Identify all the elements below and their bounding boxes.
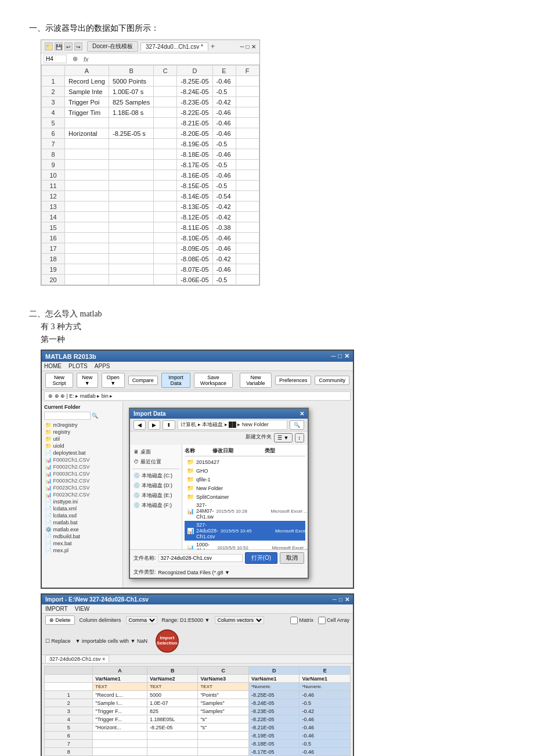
folder-20150427[interactable]: 📁20150427 xyxy=(185,458,305,466)
matlab-min-btn[interactable]: ─ xyxy=(331,352,336,360)
import-preview-cell-4-b: 1.188E05L xyxy=(147,715,198,723)
import-preview-vn-b: VarName2 xyxy=(147,675,198,683)
matlab-btn-save-workspace[interactable]: Save Workspace xyxy=(194,373,233,388)
import-preview-row: 6-8.19E-05-0.46 xyxy=(45,732,351,740)
matlab-toolbar: New Script New ▼ Open ▼ Compare Import D… xyxy=(42,371,353,390)
place-e[interactable]: 💿 本地磁盘 (E:) xyxy=(132,491,179,501)
import-dialog-forward-btn[interactable]: ▶ xyxy=(148,420,160,430)
import-dialog-filename-input[interactable] xyxy=(158,554,243,562)
matlab-menu-plots[interactable]: PLOTS xyxy=(68,363,88,369)
file-327-24m07[interactable]: 📊 327-24M07-Ch1.sw 2015/5/5 10:28 Micros… xyxy=(185,501,305,521)
matlab-btn-community[interactable]: Community xyxy=(315,376,349,385)
matlab-btn-new-script[interactable]: New Script xyxy=(45,373,73,388)
import-preview-cell-6-e: -0.46 xyxy=(300,732,351,740)
file-icon-1000-ch1: 📊 xyxy=(187,545,194,550)
import-preview-cell-1-b: 5000 xyxy=(147,691,198,699)
ss-cell-r2-row-num: 2 xyxy=(42,87,65,97)
import-preview-tp-a: TEXT xyxy=(93,683,147,691)
place-recent[interactable]: ⏱ 最近位置 xyxy=(132,457,179,467)
ss-cell-r1-b: 5000 Points xyxy=(109,76,154,87)
folder-gho[interactable]: 📁GHO xyxy=(185,466,305,475)
ss-formula-bar: ⊕ fx xyxy=(41,53,259,65)
matlab-menu-apps[interactable]: APPS xyxy=(95,363,110,369)
import-wizard-menu-import[interactable]: IMPORT xyxy=(45,606,68,612)
import-wizard-min-btn[interactable]: ─ xyxy=(333,596,337,603)
import-dialog-cancel-btn[interactable]: 取消 xyxy=(280,552,304,564)
import-preview-vn-a: VarName1 xyxy=(93,675,147,683)
ss-col-header-row: A B C D E F xyxy=(42,66,259,76)
import-wizard-delete-btn[interactable]: ⊗ Delete xyxy=(45,615,75,625)
matlab-addr-bar: ⊕ ⊕ ⊕ | E: ▸ matlab ▸ bin ▸ xyxy=(44,391,351,401)
ss-cell-r18-e: -0.42 xyxy=(212,254,236,264)
matlab-btn-new[interactable]: New ▼ xyxy=(77,373,98,388)
import-dialog-sort-btn[interactable]: ↕ xyxy=(295,433,305,442)
import-dialog-open-btn[interactable]: 打开(O) xyxy=(245,552,277,564)
import-preview-cell-1-d: -8.25E-05 xyxy=(248,691,300,699)
matlab-title: MATLAB R2013b xyxy=(45,353,96,360)
file-327-24du028[interactable]: 📊 327-24du028-Ch1.csv 2015/5/5 10:45 Mic… xyxy=(185,521,305,541)
ss-cell-r14-e: -0.42 xyxy=(212,212,236,222)
import-wizard-cellarray-cb[interactable] xyxy=(318,617,326,624)
ss-cell-r3-c xyxy=(154,97,177,107)
matlab-close-btn[interactable]: ✕ xyxy=(344,352,349,360)
matlab-sidebar-search-input[interactable] xyxy=(44,412,91,420)
import-preview-tp-b: TEXT xyxy=(147,683,198,691)
import-dialog-back-btn[interactable]: ◀ xyxy=(134,420,146,430)
ss-maximize-btn[interactable]: □ xyxy=(246,44,249,50)
ss-minimize-btn[interactable]: ─ xyxy=(240,44,244,50)
ss-cell-r14-a xyxy=(65,212,109,222)
matlab-menubar: HOME PLOTS APPS xyxy=(42,362,353,371)
ss-tab-csv[interactable]: 327-24du0...Ch1.csv * xyxy=(140,42,208,51)
import-dialog-close-btn[interactable]: ✕ xyxy=(300,411,304,417)
import-preview-vn-d: VarName1 xyxy=(248,675,300,683)
folder-new[interactable]: 📁New Folder xyxy=(185,484,305,492)
import-dialog-new-folder-btn[interactable]: 新建文件夹 xyxy=(246,433,272,442)
sidebar-file-registry: 📁 registry xyxy=(44,429,120,435)
matlab-btn-compare[interactable]: Compare xyxy=(128,376,158,385)
ss-close-btn[interactable]: ✕ xyxy=(251,44,256,50)
import-wizard-delimiter-select[interactable]: Comma xyxy=(126,616,157,624)
ss-cell-r8-f xyxy=(236,149,259,160)
matlab-btn-open[interactable]: Open ▼ xyxy=(102,373,125,388)
place-d[interactable]: 💿 本地磁盘 (D:) xyxy=(132,481,179,491)
matlab-btn-preferences[interactable]: Preferences xyxy=(275,376,312,385)
sidebar-file-matlab-bat: 📄 matlab.bat xyxy=(44,519,120,526)
matlab-menu-home[interactable]: HOME xyxy=(44,363,62,369)
file-1000-ch1[interactable]: 📊 1000-Ch1.csv 2015/5/5 10:52 Microsoft … xyxy=(185,541,305,549)
matlab-btn-new-variable[interactable]: New Variable xyxy=(240,373,272,388)
ss-cell-r7-b xyxy=(109,139,154,149)
import-wizard-menu-view[interactable]: VIEW xyxy=(75,606,90,612)
folder-split[interactable]: 📁SplitContainer xyxy=(185,492,305,501)
import-preview-cell-2-a: "Sample I... xyxy=(93,699,147,707)
import-dialog-view-btn[interactable]: ☰ ▼ xyxy=(274,433,292,442)
ss-cell-r12-b xyxy=(109,191,154,201)
ss-cell-ref-input[interactable] xyxy=(44,55,67,63)
ss-col-header-a: A xyxy=(65,66,109,76)
import-wizard-delimiter-label: Column delimiters xyxy=(80,617,121,623)
sidebar-file-f0003ch2: 📊 F0003Ch2.CSV xyxy=(44,477,120,484)
place-f[interactable]: 💿 本地磁盘 (F:) xyxy=(132,501,179,510)
import-preview-cell-7-r: 7 xyxy=(45,740,93,748)
import-wizard-file-tab[interactable]: 327-24du028-Ch1.csv × xyxy=(45,655,109,663)
import-wizard-import-btn[interactable]: ImportSelection xyxy=(156,629,179,653)
import-wizard-close-btn[interactable]: ✕ xyxy=(345,596,349,603)
import-dialog-up-btn[interactable]: ⬆ xyxy=(163,420,175,430)
import-wizard-output-select[interactable]: Column vectors xyxy=(215,616,264,624)
import-wizard-max-btn[interactable]: □ xyxy=(339,596,342,603)
folder-qfile[interactable]: 📁qfile-1 xyxy=(185,475,305,484)
matlab-btn-import[interactable]: Import Data xyxy=(161,373,191,388)
ss-tab-plus[interactable]: + xyxy=(211,42,215,51)
sidebar-file-f0023ch2: 📊 F0023Ch2.CSV xyxy=(44,491,120,498)
import-preview-col-rn xyxy=(45,667,93,675)
ss-cell-r14-row-num: 14 xyxy=(42,212,65,222)
file-type-327-24du028: Microsoft Excel ... xyxy=(275,528,308,534)
import-preview-tp-c: TEXT xyxy=(198,683,249,691)
ss-tab-docer[interactable]: Docer-在线模板 xyxy=(87,41,138,52)
place-desktop[interactable]: 🖥 桌面 xyxy=(132,447,179,457)
import-wizard-matrix-cb[interactable] xyxy=(290,617,298,624)
matlab-max-btn[interactable]: □ xyxy=(338,352,342,360)
file-name-1000-ch1: 1000-Ch1.csv xyxy=(196,542,215,549)
ss-cell-r19-row-num: 19 xyxy=(42,264,65,275)
place-c[interactable]: 💿 本地磁盘 (C:) xyxy=(132,471,179,481)
import-dialog-search-btn[interactable]: 🔍 xyxy=(290,420,304,430)
